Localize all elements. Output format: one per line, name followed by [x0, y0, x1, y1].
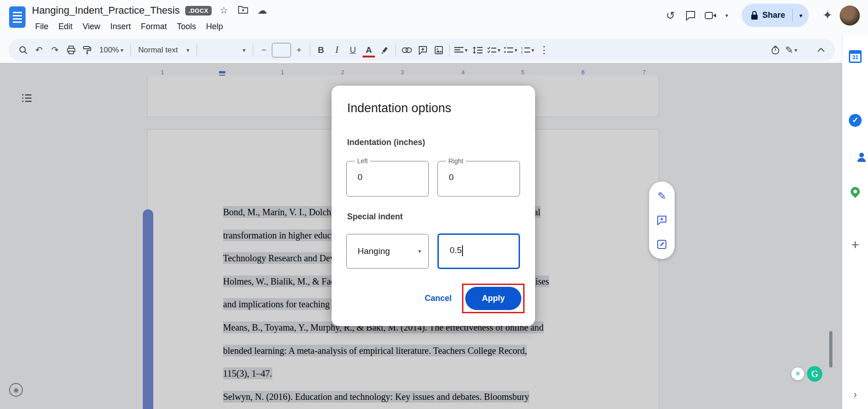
- timer-icon[interactable]: [767, 41, 783, 58]
- divider: [197, 44, 197, 56]
- maps-icon[interactable]: [849, 185, 862, 198]
- print-icon[interactable]: [63, 41, 79, 58]
- left-indent-field[interactable]: Left 0: [346, 161, 429, 197]
- toolbar: ↶ ↷ 100%▾ Normal text▾ ▾ − + B I U A: [9, 39, 835, 61]
- zoom-select[interactable]: 100%▾: [95, 41, 128, 58]
- dialog-title: Indentation options: [347, 101, 451, 115]
- tone-detector-icon[interactable]: ✳: [791, 368, 804, 380]
- video-call-icon[interactable]: [701, 5, 721, 26]
- paint-format-icon[interactable]: [79, 41, 95, 58]
- bold-button[interactable]: B: [313, 41, 329, 58]
- editing-mode-icon[interactable]: ✎▾: [783, 41, 799, 58]
- divider: [253, 44, 253, 56]
- bulleted-list-icon[interactable]: ▾: [502, 41, 519, 58]
- tasks-icon[interactable]: ✓: [849, 114, 862, 127]
- apply-button[interactable]: Apply: [465, 287, 521, 310]
- numbered-list-icon[interactable]: 1.2. ▾: [519, 41, 536, 58]
- comments-icon[interactable]: [681, 5, 701, 26]
- search-menus-icon[interactable]: [15, 41, 31, 58]
- cloud-status-icon[interactable]: ☁: [255, 5, 269, 16]
- svg-text:1.: 1.: [521, 47, 524, 50]
- indentation-section-label: Indentation (inches): [347, 138, 425, 147]
- insert-link-icon[interactable]: [399, 41, 415, 58]
- docs-logo-icon[interactable]: [9, 6, 26, 28]
- divider: [395, 44, 396, 56]
- special-indent-value-field[interactable]: 0.5: [437, 233, 520, 269]
- suggest-edits-icon[interactable]: [652, 235, 671, 254]
- google-docs-app: 1 1 2 3 4 5 6 7 Bond, M., Marín, V. I., …: [0, 0, 868, 409]
- move-folder-icon[interactable]: [236, 5, 250, 16]
- increase-font-size-button[interactable]: +: [291, 41, 307, 58]
- header: Hanging_Indent_Practice_Thesis .DOCX ☆ ☁…: [0, 0, 868, 36]
- underline-button[interactable]: U: [345, 41, 361, 58]
- line-spacing-icon[interactable]: [469, 41, 485, 58]
- menu-bar: File Edit View Insert Format Tools Help: [30, 20, 228, 33]
- gemini-sparkle-icon[interactable]: ✦: [822, 8, 832, 22]
- menu-help[interactable]: Help: [201, 20, 228, 33]
- add-comment-icon[interactable]: [652, 211, 671, 230]
- grammarly-icon[interactable]: G: [807, 366, 822, 382]
- font-family-select[interactable]: ▾: [200, 41, 250, 58]
- right-indent-value: 0: [449, 172, 454, 182]
- svg-text:2.: 2.: [521, 51, 524, 54]
- left-indent-value: 0: [358, 172, 363, 182]
- menu-tools[interactable]: Tools: [172, 20, 201, 33]
- special-indent-dropdown[interactable]: Hanging ▾: [346, 234, 429, 269]
- share-button-group: Share ▾: [742, 4, 809, 27]
- text-color-button[interactable]: A: [361, 41, 377, 58]
- more-options-icon[interactable]: ⋮: [536, 41, 552, 58]
- docx-badge: .DOCX: [185, 6, 212, 16]
- redo-icon[interactable]: ↷: [47, 41, 63, 58]
- special-indent-value: 0.5: [450, 245, 463, 256]
- decrease-font-size-button[interactable]: −: [256, 41, 272, 58]
- version-history-icon[interactable]: ↺: [660, 5, 681, 26]
- document-title[interactable]: Hanging_Indent_Practice_Thesis: [32, 5, 180, 16]
- hide-panel-icon[interactable]: ›: [853, 389, 857, 401]
- collapse-toolbar-icon[interactable]: [813, 41, 829, 58]
- menu-edit[interactable]: Edit: [53, 20, 78, 33]
- menu-view[interactable]: View: [78, 20, 105, 33]
- calendar-icon[interactable]: 31: [849, 50, 862, 63]
- special-indent-section-label: Special indent: [347, 212, 403, 222]
- cancel-button[interactable]: Cancel: [418, 290, 458, 307]
- divider: [130, 44, 131, 56]
- get-addons-icon[interactable]: +: [851, 237, 859, 253]
- avatar[interactable]: [840, 5, 860, 26]
- insert-image-icon[interactable]: [431, 41, 447, 58]
- add-comment-icon[interactable]: [415, 41, 431, 58]
- text-cursor: [462, 245, 463, 256]
- chevron-down-icon: ▾: [418, 248, 421, 254]
- lock-icon: [751, 11, 758, 20]
- quick-actions-panel: ✎: [649, 181, 675, 259]
- italic-button[interactable]: I: [329, 41, 345, 58]
- paragraph-style-select[interactable]: Normal text▾: [134, 41, 194, 58]
- companion-side-panel: 31 ✓ + ›: [842, 36, 868, 409]
- highlight-color-button[interactable]: [377, 41, 393, 58]
- indentation-options-dialog: Indentation options Indentation (inches)…: [332, 86, 535, 326]
- font-size-input[interactable]: [272, 43, 291, 57]
- grammarly-widgets: ✳ G: [791, 366, 822, 382]
- share-dropdown-icon[interactable]: ▾: [793, 12, 809, 19]
- star-icon[interactable]: ☆: [217, 5, 231, 16]
- undo-icon[interactable]: ↶: [31, 41, 47, 58]
- checklist-icon[interactable]: ▾: [485, 41, 502, 58]
- left-indent-label: Left: [355, 157, 370, 165]
- menu-file[interactable]: File: [30, 20, 53, 33]
- video-call-dropdown-icon[interactable]: ▾: [721, 5, 733, 26]
- magic-rewrite-icon[interactable]: ✎: [652, 186, 671, 206]
- menu-format[interactable]: Format: [136, 20, 172, 33]
- menu-insert[interactable]: Insert: [105, 20, 136, 33]
- align-icon[interactable]: ▾: [452, 41, 469, 58]
- right-indent-field[interactable]: Right 0: [437, 161, 520, 197]
- divider: [449, 44, 450, 56]
- share-button[interactable]: Share: [742, 4, 792, 27]
- divider: [310, 44, 310, 56]
- right-indent-label: Right: [446, 157, 466, 165]
- special-indent-type: Hanging: [358, 246, 390, 256]
